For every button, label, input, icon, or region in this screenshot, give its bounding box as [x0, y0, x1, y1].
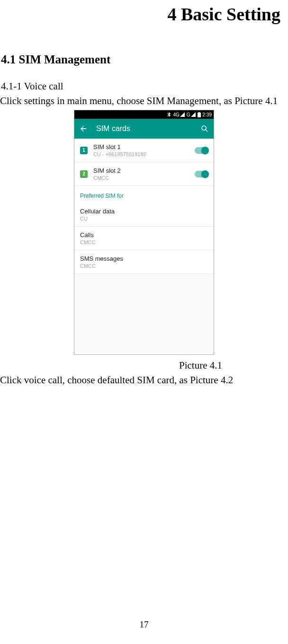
network-label-2: G: [187, 112, 190, 117]
svg-point-2: [202, 126, 206, 130]
sim-slot-detail: CMCC: [93, 175, 189, 181]
network-indicator-2: G: [187, 112, 196, 117]
pref-value: CMCC: [80, 263, 208, 269]
svg-rect-0: [198, 113, 201, 117]
search-icon[interactable]: [200, 124, 209, 133]
sim-toggle-switch[interactable]: [195, 171, 208, 177]
appbar-title: SIM cards: [96, 124, 192, 133]
pref-cellular-data[interactable]: Cellular data CU: [74, 203, 214, 227]
pref-calls[interactable]: Calls CMCC: [74, 227, 214, 250]
intro-paragraph: Click settings in main menu, choose SIM …: [0, 95, 288, 107]
pref-value: CMCC: [80, 239, 208, 245]
sim-slot-row[interactable]: 2 SIM slot 2 CMCC: [74, 162, 214, 186]
sim-slot-row[interactable]: 1 SIM slot 1 CU - +8618575519192: [74, 139, 214, 162]
back-arrow-icon[interactable]: [79, 124, 88, 133]
pref-label: Cellular data: [80, 208, 208, 215]
embedded-screenshot: 4G G 2:39 SIM cards 1 SIM slot 1 CU - +8…: [74, 110, 214, 355]
pref-label: Calls: [80, 231, 208, 238]
pref-label: SMS messages: [80, 255, 208, 262]
sim-badge-icon: 2: [80, 170, 88, 178]
battery-icon: [198, 112, 201, 117]
preferred-sim-header: Preferred SIM for: [74, 186, 214, 203]
pref-value: CU: [80, 216, 208, 221]
statusbar-time: 2:39: [203, 112, 212, 117]
bluetooth-icon: [167, 112, 171, 117]
svg-rect-1: [198, 112, 200, 113]
app-bar: SIM cards: [74, 119, 214, 139]
screenshot-blank-area: [74, 274, 214, 354]
follow-paragraph: Click voice call, choose defaulted SIM c…: [0, 374, 288, 386]
sim-toggle-switch[interactable]: [195, 147, 208, 154]
page-number: 17: [0, 619, 288, 630]
sim-slot-detail: CU - +8618575519192: [93, 151, 189, 157]
figure-caption: Picture 4.1: [0, 360, 288, 371]
network-label-1: 4G: [173, 112, 179, 117]
sim-slot-name: SIM slot 1: [93, 143, 189, 150]
svg-line-3: [206, 130, 207, 132]
network-indicator-1: 4G: [173, 112, 184, 117]
sim-slot-name: SIM slot 2: [93, 167, 189, 174]
android-statusbar: 4G G 2:39: [74, 110, 214, 119]
subsection-heading: 4.1-1 Voice call: [1, 80, 288, 92]
sim-badge-icon: 1: [80, 147, 88, 154]
chapter-title: 4 Basic Setting: [0, 0, 288, 25]
pref-sms[interactable]: SMS messages CMCC: [74, 250, 214, 274]
section-heading: 4.1 SIM Management: [1, 53, 288, 66]
